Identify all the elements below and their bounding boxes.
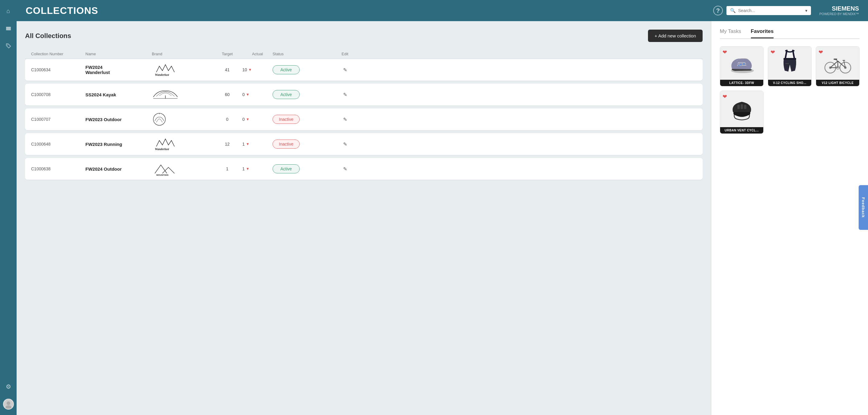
edit-icon[interactable]: ✎ [343,92,347,97]
brand-logo-outdoor [152,113,167,126]
collection-target: 1 [212,167,242,171]
collection-status: Active [273,90,333,99]
edit-icon[interactable]: ✎ [343,67,347,73]
fav-label-bicycle: V12 LIGHT BICYCLE [816,80,859,86]
add-new-collection-button[interactable]: + Add new collection [648,30,703,42]
svg-point-7 [153,113,165,125]
search-icon: 🔍 [730,8,736,13]
search-dropdown-icon[interactable]: ▾ [805,8,807,13]
col-header-number: Collection Number [31,52,85,56]
collection-status: Inactive [273,115,333,124]
svg-point-16 [740,64,742,65]
branding-sub: POWERED BY MENDIX™ [819,12,859,16]
fav-card-cycling-shorts[interactable]: ❤ [768,46,812,86]
collections-table: Collection Number Name Brand Target Actu… [25,49,703,183]
collection-name: FW2023 Running [85,142,152,147]
collection-status: Inactive [273,140,333,149]
svg-text:Wanderlust: Wanderlust [155,73,169,77]
page-title: COLLECTIONS [26,5,713,16]
collection-edit[interactable]: ✎ [333,166,357,172]
table-row: C1000638 FW2024 Outdoor MOUNTAIN VIEW [25,158,703,180]
panel-header: All Collections + Add new collection [25,30,703,42]
svg-point-18 [738,65,740,66]
collection-actual: 10 ▼ [242,67,273,72]
collection-edit[interactable]: ✎ [333,92,357,97]
trend-down-icon: ▼ [246,92,250,97]
tab-favorites[interactable]: Favorites [751,28,774,38]
fav-image-cycling-shorts: ❤ [768,47,811,80]
collection-edit[interactable]: ✎ [333,141,357,147]
tabs-row: My Tasks Favorites [720,28,860,39]
fav-label-lattice: LATTICE- 3DFW [720,80,763,86]
help-icon[interactable]: ? [713,6,723,16]
search-input[interactable] [738,8,803,13]
avatar[interactable] [3,399,14,410]
search-bar: 🔍 ▾ [726,6,811,15]
trend-down-icon: ▼ [246,117,250,121]
favorites-grid-top: ❤ [720,46,860,86]
brand-logo-kayak [152,88,179,101]
edit-icon[interactable]: ✎ [343,141,347,147]
collection-number: C1000708 [31,92,85,97]
svg-rect-35 [737,105,740,109]
collection-number: C1000707 [31,117,85,122]
tag-icon[interactable] [3,40,14,51]
col-header-actual: Actual [242,52,273,56]
trend-down-icon: ▼ [246,167,250,171]
svg-text:Wanderlust: Wanderlust [155,147,169,151]
fav-card-bicycle[interactable]: ❤ [816,46,860,86]
table-row: C1000707 FW2023 Outdoor 0 [25,109,703,130]
svg-rect-1 [6,28,11,29]
layers-icon[interactable] [3,23,14,34]
brand-logo-mountain-view: MOUNTAIN VIEW [152,162,179,176]
status-badge: Active [273,90,300,99]
collection-number: C1000648 [31,142,85,147]
collection-number: C1000638 [31,167,85,171]
status-badge: Active [273,164,300,173]
collection-number: C1000634 [31,67,85,72]
collection-name: SS2024 Kayak [85,92,152,97]
svg-point-4 [7,402,10,405]
trend-down-icon: ▼ [248,68,252,72]
brand-logo-wanderlust: Wanderlust [152,63,179,77]
settings-icon[interactable]: ⚙ [3,381,14,392]
favorite-heart-icon[interactable]: ❤ [722,49,727,56]
svg-rect-37 [744,105,746,109]
fav-card-lattice[interactable]: ❤ [720,46,764,86]
collections-panel: All Collections + Add new collection Col… [17,21,711,415]
collection-edit[interactable]: ✎ [333,117,357,122]
edit-icon[interactable]: ✎ [343,166,347,172]
favorites-grid-bottom: ❤ [720,91,860,134]
content-area: All Collections + Add new collection Col… [17,21,868,415]
svg-point-5 [5,405,11,409]
collection-edit[interactable]: ✎ [333,67,357,73]
collection-name: FW2024Wanderlust [85,65,152,75]
collection-brand [152,88,212,101]
collection-brand: Wanderlust [152,138,212,151]
collection-target: 0 [212,117,242,122]
status-badge: Active [273,65,300,74]
collection-target: 60 [212,92,242,97]
branding: SIEMENS POWERED BY MENDIX™ [819,5,859,16]
fav-image-bicycle: ❤ [816,47,859,80]
header: COLLECTIONS ? 🔍 ▾ SIEMENS POWERED BY MEN… [17,0,868,21]
home-icon[interactable]: ⌂ [3,5,14,16]
collection-brand: Wanderlust [152,63,212,77]
favorite-heart-icon[interactable]: ❤ [722,93,727,100]
collection-actual: 0 ▼ [242,92,273,97]
favorite-heart-icon[interactable]: ❤ [818,49,823,56]
table-row: C1000648 FW2023 Running Wanderlust 12 1 … [25,133,703,155]
collection-name: FW2024 Outdoor [85,167,152,172]
svg-point-17 [743,63,745,65]
tab-my-tasks[interactable]: My Tasks [720,28,741,38]
favorite-heart-icon[interactable]: ❤ [771,49,775,56]
collection-actual: 1 ▼ [242,167,273,171]
feedback-button[interactable]: Feedback [859,185,868,230]
fav-image-helmet: ❤ [720,91,763,127]
col-header-status: Status [273,52,333,56]
header-actions: ? 🔍 ▾ SIEMENS POWERED BY MENDIX™ [713,5,859,16]
brand-logo-wanderlust2: Wanderlust [152,138,179,151]
edit-icon[interactable]: ✎ [343,117,347,122]
table-row: C1000708 SS2024 Kayak [25,84,703,106]
fav-card-helmet[interactable]: ❤ [720,91,764,134]
